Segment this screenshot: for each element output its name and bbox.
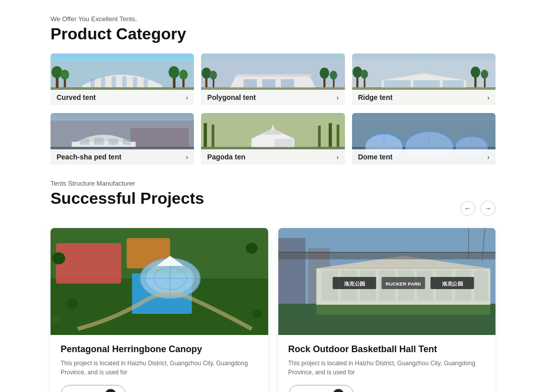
svg-rect-65	[254, 139, 272, 147]
project-2-description: This project is located in Haizhu Distri…	[288, 359, 486, 377]
svg-rect-50	[80, 139, 89, 145]
svg-rect-48	[130, 128, 189, 147]
project-1-svg	[51, 228, 268, 335]
svg-point-43	[471, 67, 480, 78]
ridge-tent-arrow: ›	[487, 94, 489, 101]
category-grid-row2: Peach-sha ped tent ›	[51, 113, 495, 164]
svg-point-45	[481, 70, 488, 79]
projects-section-label: Tents Structure Manufacturer	[51, 180, 204, 187]
project-2-view-more-button[interactable]: View more ›	[288, 385, 354, 392]
category-card-polygonal[interactable]: Polygonal tent ›	[201, 53, 344, 105]
product-category-section: We Offer You Excellent Tents. Product Ca…	[51, 15, 495, 164]
curved-tent-label-bar: Curved tent ›	[51, 90, 194, 105]
svg-rect-52	[109, 139, 118, 145]
page-wrapper: We Offer You Excellent Tents. Product Ca…	[0, 0, 546, 392]
svg-point-19	[202, 68, 211, 79]
svg-rect-25	[262, 79, 275, 87]
svg-rect-82	[56, 243, 121, 284]
dome-tent-name: Dome tent	[358, 153, 392, 161]
svg-rect-57	[212, 125, 214, 147]
category-card-ridge[interactable]: Ridge tent ›	[352, 53, 495, 105]
svg-text:RUCKER PARK: RUCKER PARK	[385, 282, 421, 287]
svg-rect-58	[329, 123, 332, 147]
svg-point-15	[179, 70, 188, 80]
svg-rect-118	[316, 305, 490, 315]
peachsha-tent-name: Peach-sha ped tent	[57, 153, 121, 161]
svg-point-94	[252, 309, 262, 318]
svg-rect-119	[278, 252, 496, 259]
polygonal-tent-label-bar: Polygonal tent ›	[201, 90, 344, 105]
category-card-pagoda[interactable]: Pagoda ten ›	[201, 113, 344, 164]
category-grid-row1: Curved tent ›	[51, 53, 495, 105]
dome-tent-label-bar: Dome tent ›	[352, 149, 495, 164]
svg-rect-66	[275, 139, 293, 147]
category-card-dome[interactable]: Dome tent ›	[352, 113, 495, 164]
svg-rect-53	[123, 139, 131, 145]
svg-rect-59	[337, 125, 339, 147]
curved-tent-name: Curved tent	[57, 93, 96, 101]
project-1-view-more-button[interactable]: View more ›	[61, 385, 126, 392]
product-section-title: Product Category	[51, 25, 495, 43]
svg-rect-39	[384, 80, 411, 87]
nav-prev-icon: ←	[464, 204, 471, 212]
peachsha-tent-label-bar: Peach-sha ped tent ›	[51, 149, 194, 164]
svg-point-30	[330, 71, 337, 80]
projects-header-left: Tents Structure Manufacturer Successful …	[51, 180, 204, 218]
project-1-title: Pentagonal Herringbone Canopy	[61, 344, 258, 355]
nav-prev-button[interactable]: ←	[460, 201, 475, 216]
dome-tent-arrow: ›	[487, 153, 489, 161]
project-card-1[interactable]: Pentagonal Herringbone Canopy This proje…	[51, 228, 268, 392]
svg-point-13	[169, 66, 179, 78]
svg-rect-10	[133, 77, 137, 87]
nav-next-button[interactable]: →	[480, 201, 495, 216]
svg-rect-41	[442, 80, 464, 87]
svg-point-93	[245, 243, 258, 254]
projects-section-title: Successful Projects	[51, 189, 204, 208]
svg-rect-6	[90, 79, 94, 87]
nav-arrows: ← →	[460, 201, 495, 218]
pagoda-tent-name: Pagoda ten	[207, 153, 245, 161]
project-2-svg: 洛克公园 RUCKER PARK 洛克公园	[278, 228, 496, 335]
project-1-arrow-icon: ›	[105, 389, 116, 392]
svg-rect-40	[413, 80, 440, 87]
projects-header: Tents Structure Manufacturer Successful …	[51, 180, 495, 218]
svg-point-36	[361, 70, 368, 79]
project-card-2[interactable]: 洛克公园 RUCKER PARK 洛克公园	[278, 228, 496, 392]
svg-text:洛克公园: 洛克公园	[343, 281, 364, 287]
svg-point-92	[67, 299, 78, 309]
category-card-peachsha[interactable]: Peach-sha ped tent ›	[51, 113, 194, 164]
svg-point-5	[61, 70, 69, 80]
product-section-label: We Offer You Excellent Tents.	[51, 15, 495, 23]
svg-point-28	[320, 68, 329, 79]
svg-point-21	[210, 71, 217, 80]
polygonal-tent-arrow: ›	[336, 94, 338, 101]
category-card-curved[interactable]: Curved tent ›	[51, 53, 194, 105]
svg-point-3	[52, 66, 62, 78]
project-2-arrow-icon: ›	[333, 389, 344, 392]
peachsha-tent-arrow: ›	[186, 153, 188, 161]
svg-rect-8	[112, 76, 116, 87]
pagoda-tent-arrow: ›	[336, 153, 338, 161]
projects-grid: Pentagonal Herringbone Canopy This proje…	[51, 228, 495, 392]
project-1-info: Pentagonal Herringbone Canopy This proje…	[51, 335, 268, 392]
svg-rect-24	[244, 79, 257, 87]
projects-section: Tents Structure Manufacturer Successful …	[51, 180, 495, 392]
svg-rect-9	[122, 76, 126, 87]
svg-text:洛克公园: 洛克公园	[441, 281, 462, 287]
project-2-image: 洛克公园 RUCKER PARK 洛克公园	[278, 228, 496, 335]
nav-next-icon: →	[484, 204, 491, 212]
svg-rect-111	[474, 270, 487, 301]
svg-rect-26	[281, 79, 294, 87]
curved-tent-arrow: ›	[186, 94, 188, 101]
svg-rect-51	[94, 138, 104, 145]
ridge-tent-name: Ridge tent	[358, 93, 392, 101]
pagoda-tent-label-bar: Pagoda ten ›	[201, 149, 344, 164]
svg-point-95	[52, 315, 60, 323]
svg-rect-98	[278, 238, 306, 304]
polygonal-tent-name: Polygonal tent	[207, 93, 256, 101]
project-1-image	[51, 228, 268, 335]
svg-point-34	[353, 67, 362, 78]
svg-rect-60	[318, 126, 321, 147]
svg-marker-23	[236, 74, 313, 76]
project-2-title: Rock Outdoor Basketball Hall Tent	[288, 344, 486, 355]
